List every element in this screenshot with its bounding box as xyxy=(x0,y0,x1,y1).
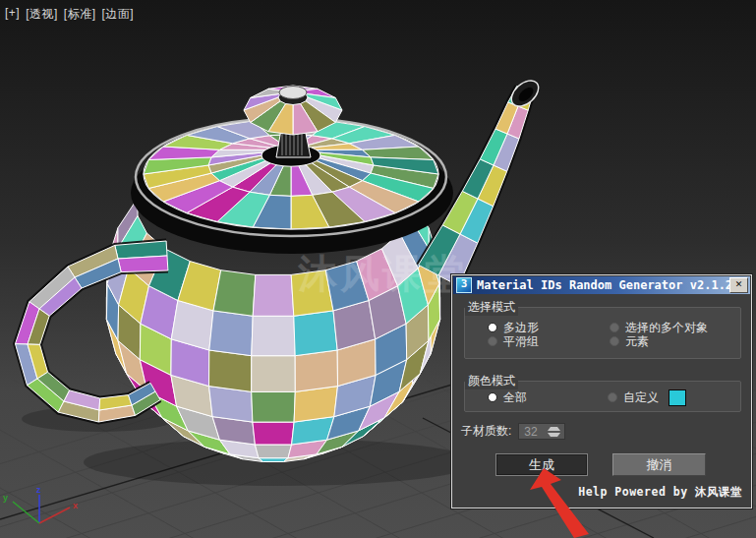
radio-dot-icon xyxy=(488,336,497,346)
radio-element[interactable]: 元素 xyxy=(610,334,649,348)
radio-dot-icon xyxy=(488,392,497,402)
axis-z-label: z xyxy=(36,485,41,495)
axis-y-label: y xyxy=(3,493,8,503)
radio-dot-icon xyxy=(610,323,619,332)
custom-color-swatch[interactable] xyxy=(669,389,686,406)
color-mode-label: 颜色模式 xyxy=(465,373,518,389)
radio-dot-icon xyxy=(608,392,617,402)
viewport-label-row: [+] [透视] [标准] [边面] xyxy=(5,6,134,23)
radio-all-colors-label: 全部 xyxy=(503,389,527,406)
help-powered-by-text: Help Powered by 沐风课堂 xyxy=(578,485,742,500)
spinner-down-icon[interactable] xyxy=(548,433,560,437)
axis-x-label: x xyxy=(73,501,78,510)
maxscript-icon: 3 xyxy=(456,277,472,293)
dialog-titlebar[interactable]: 3 Material IDs Random Generator v2.1.2 ✕ xyxy=(453,276,750,294)
viewport-pov-menu[interactable]: [透视] xyxy=(26,6,58,23)
radio-all-colors[interactable]: 全部 xyxy=(488,390,527,404)
selection-mode-label: 选择模式 xyxy=(465,299,518,316)
radio-custom-color-label: 自定义 xyxy=(623,389,659,406)
radio-smoothing-group[interactable]: 平滑组 xyxy=(488,334,539,348)
submaterial-count-label: 子材质数: xyxy=(461,423,511,440)
viewport-shading-menu[interactable]: [标准] xyxy=(64,6,96,23)
spinner-up-icon[interactable] xyxy=(548,427,560,431)
radio-element-label: 元素 xyxy=(625,333,649,350)
radio-smoothing-group-label: 平滑组 xyxy=(503,333,539,350)
generate-button[interactable]: 生成 xyxy=(495,453,588,476)
viewport-window: { "viewport": { "menu": { "general": "[+… xyxy=(0,0,756,538)
dialog-title: Material IDs Random Generator v2.1.2 xyxy=(477,278,729,292)
viewport-edged-faces-menu[interactable]: [边面] xyxy=(102,6,135,23)
viewport-watermark: 沐风课堂 xyxy=(297,252,467,295)
radio-dot-icon xyxy=(610,336,619,346)
submaterial-count-row: 子材质数: 32 xyxy=(461,423,565,440)
radio-selected-objects[interactable]: 选择的多个对象 xyxy=(610,321,708,334)
radio-dot-icon xyxy=(488,323,497,332)
material-ids-dialog: 3 Material IDs Random Generator v2.1.2 ✕… xyxy=(451,274,752,508)
submaterial-count-input[interactable]: 32 xyxy=(518,423,565,440)
close-button[interactable]: ✕ xyxy=(729,277,748,293)
undo-button[interactable]: 撤消 xyxy=(612,453,706,476)
submaterial-count-value: 32 xyxy=(524,425,537,439)
radio-custom-color[interactable]: 自定义 xyxy=(608,390,686,404)
viewport-general-menu[interactable]: [+] xyxy=(5,6,20,23)
